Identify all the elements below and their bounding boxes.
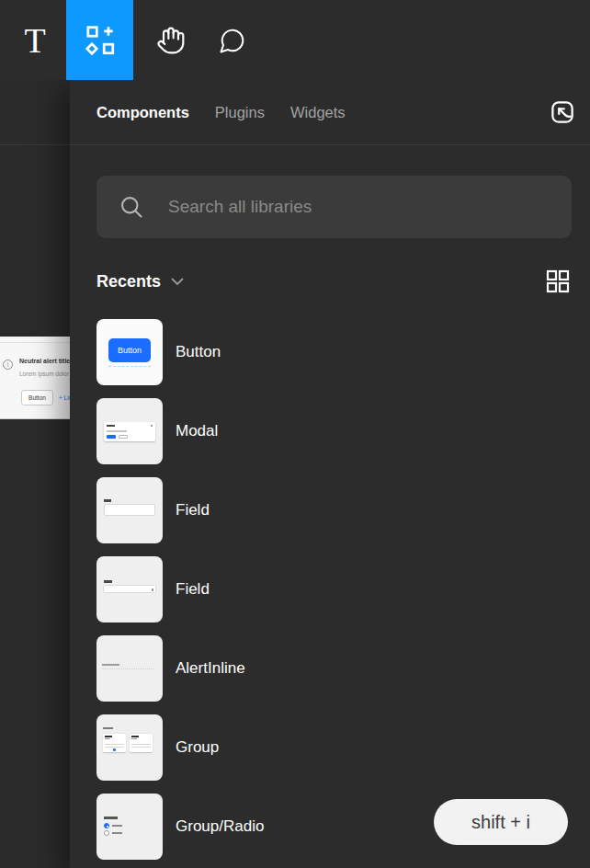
shortcut-hint-badge: shift + i — [434, 799, 568, 845]
component-name: Button — [176, 343, 221, 361]
info-icon: i — [3, 360, 13, 370]
tab-plugins[interactable]: Plugins — [215, 104, 265, 121]
component-thumbnail — [96, 714, 163, 781]
grid-view-icon — [545, 268, 571, 294]
component-name: Field — [176, 501, 210, 520]
mock-button-focus-line — [108, 366, 151, 367]
backdrop-divider — [0, 144, 70, 145]
hand-icon — [156, 26, 186, 55]
component-name: Field — [176, 580, 210, 599]
comment-tool-button[interactable] — [208, 0, 257, 80]
component-list-item[interactable]: AlertInline — [96, 635, 572, 702]
components-tool-button[interactable] — [66, 0, 133, 80]
text-tool-icon: T — [24, 23, 45, 58]
recents-row: Recents — [96, 267, 572, 296]
canvas-peek[interactable]: i Neutral alert title Lorem ipsum dolor … — [0, 337, 70, 419]
radio-selected-icon — [104, 823, 109, 828]
mock-alert-inline — [102, 664, 157, 673]
mock-group-cards — [103, 727, 156, 768]
tab-components[interactable]: Components — [96, 104, 189, 121]
components-list: Button — [96, 319, 572, 860]
component-name: AlertInline — [176, 659, 245, 678]
alert-body-text: Lorem ipsum dolor amet conse — [19, 371, 70, 377]
component-name: Modal — [176, 422, 218, 440]
search-bar[interactable] — [96, 176, 572, 238]
component-list-item[interactable]: Field — [96, 556, 572, 622]
hand-tool-button[interactable] — [145, 0, 197, 80]
backdrop-app-strip: i Neutral alert title Lorem ipsum dolor … — [0, 80, 70, 868]
search-input[interactable] — [168, 197, 555, 217]
mock-field — [104, 499, 155, 518]
comment-bubble-icon — [219, 27, 246, 54]
component-list-item[interactable]: Group — [96, 714, 572, 781]
radio-unselected-icon — [104, 830, 109, 836]
component-thumbnail — [96, 556, 163, 622]
component-thumbnail — [96, 398, 163, 464]
component-thumbnail: Button — [96, 319, 163, 385]
components-icon — [83, 23, 118, 58]
alert-link: + Link text — [59, 394, 70, 401]
mock-group-radio — [104, 817, 155, 839]
component-list-item[interactable]: Modal — [96, 398, 572, 464]
component-name: Group/Radio — [176, 817, 264, 836]
recents-label: Recents — [96, 272, 161, 291]
recents-dropdown[interactable]: Recents — [96, 272, 184, 291]
canvas-card-edge — [0, 342, 70, 343]
panel-header: Components Plugins Widgets — [70, 80, 590, 145]
tab-widgets[interactable]: Widgets — [290, 104, 346, 121]
component-thumbnail — [96, 477, 163, 543]
chevron-down-icon — [171, 278, 184, 286]
alert-title: Neutral alert title — [19, 358, 70, 364]
component-thumbnail — [96, 635, 163, 702]
component-list-item[interactable]: Button — [96, 319, 572, 385]
search-icon — [119, 194, 144, 220]
mock-field-select — [103, 580, 156, 595]
alert-button: Button — [21, 390, 53, 405]
component-thumbnail — [96, 794, 163, 860]
component-name: Group — [176, 738, 219, 757]
popout-panel-button[interactable] — [547, 97, 578, 128]
mock-button: Button — [108, 338, 151, 362]
component-list-item[interactable]: Field — [96, 477, 572, 543]
toolbar: T — [0, 0, 590, 80]
text-tool-button[interactable]: T — [13, 0, 57, 80]
grid-view-toggle[interactable] — [544, 268, 572, 295]
popout-arrow-icon — [549, 98, 576, 126]
mock-modal-card — [104, 422, 155, 441]
components-panel: Components Plugins Widgets Recents — [70, 80, 590, 868]
